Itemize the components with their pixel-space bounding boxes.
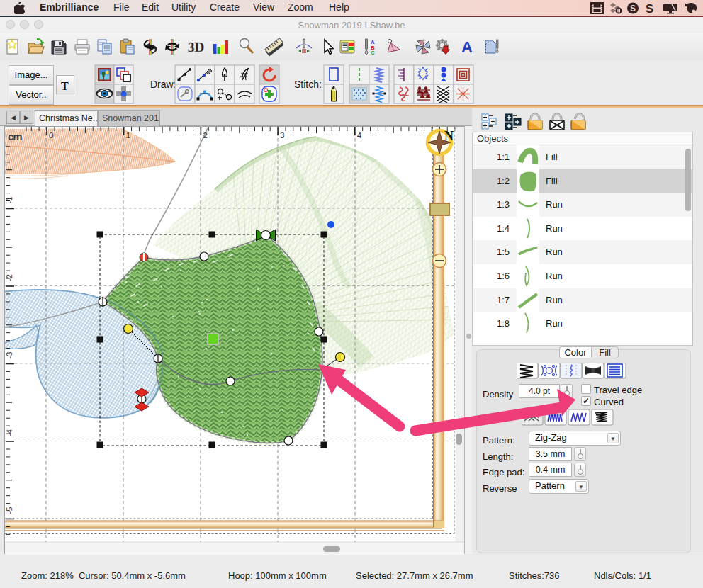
svg-text:S: S [646, 2, 653, 14]
svg-text:1: 1 [126, 131, 130, 140]
svg-text:-4: -4 [5, 429, 13, 436]
svg-text:3D: 3D [188, 40, 204, 55]
svg-text:cm: cm [8, 130, 22, 142]
svg-text:A: A [461, 38, 473, 56]
svg-text:T: T [61, 80, 69, 92]
svg-text:-5: -5 [5, 507, 13, 514]
svg-text:3: 3 [280, 131, 284, 140]
svg-text:0: 0 [49, 131, 53, 140]
svg-text:2: 2 [203, 131, 207, 140]
svg-text:C: C [371, 50, 375, 56]
svg-text:-3: -3 [5, 352, 13, 359]
svg-text:N: N [444, 129, 454, 143]
svg-text:-1: -1 [5, 197, 13, 204]
svg-text:4: 4 [357, 131, 362, 140]
svg-text:-2: -2 [5, 274, 13, 281]
svg-text:S: S [630, 4, 636, 13]
